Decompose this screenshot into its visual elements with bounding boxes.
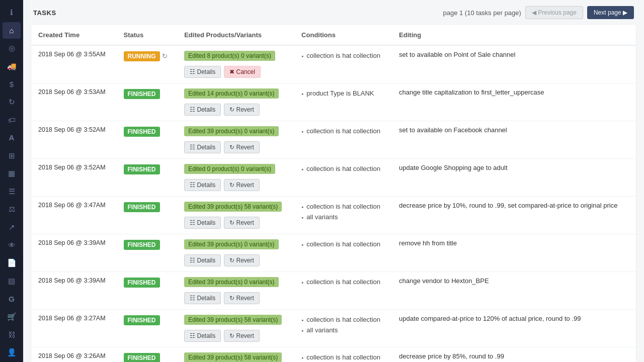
edited-badge: Edited 14 product(s) 0 variant(s) bbox=[184, 88, 278, 99]
refresh-icon[interactable]: ↻ bbox=[3, 94, 21, 111]
status-badge: RUNNING bbox=[124, 51, 160, 61]
cart-icon[interactable]: 🛒 bbox=[3, 308, 21, 325]
revert-button[interactable]: ↻ Revert bbox=[224, 179, 260, 191]
editing-cell: change vendor to Hexton_BPE bbox=[392, 272, 636, 310]
eye-icon[interactable]: 👁 bbox=[3, 237, 21, 254]
revert-button[interactable]: ↻ Revert bbox=[224, 217, 260, 229]
editing-cell: set to available on Point of Sale channe… bbox=[392, 45, 636, 83]
edited-cell: Edited 39 product(s) 0 variant(s)☷ Detai… bbox=[177, 272, 294, 310]
doc-icon[interactable]: 📄 bbox=[3, 254, 21, 272]
details-button[interactable]: ☷ Details bbox=[184, 217, 221, 229]
revert-button[interactable]: ↻ Revert bbox=[224, 104, 260, 116]
chain-icon[interactable]: ⛓ bbox=[3, 326, 21, 343]
revert-button[interactable]: ↻ Revert bbox=[224, 254, 260, 266]
page-title: TASKS bbox=[33, 9, 56, 17]
main-content: TASKS page 1 (10 tasks per page) ◀ Previ… bbox=[23, 0, 644, 362]
col-created-time: Created Time bbox=[31, 25, 117, 45]
status-badge: FINISHED bbox=[124, 164, 160, 174]
tag-icon[interactable]: 🏷 bbox=[3, 112, 21, 129]
table-icon[interactable]: ⊞ bbox=[3, 147, 21, 164]
status-badge: FINISHED bbox=[124, 315, 160, 325]
list-icon[interactable]: ☰ bbox=[3, 183, 21, 200]
revert-button[interactable]: ↻ Revert bbox=[224, 292, 260, 304]
edited-badge: Edited 39 product(s) 58 variant(s) bbox=[184, 202, 282, 212]
circle-icon[interactable]: ◎ bbox=[3, 40, 21, 57]
editing-cell: decrease price by 10%, round to .99, set… bbox=[392, 197, 636, 234]
condition-item: collection is hat collection bbox=[301, 315, 385, 325]
status-badge: FINISHED bbox=[124, 89, 160, 99]
conditions-cell: collection is hat collection bbox=[294, 234, 392, 272]
prev-page-button: ◀ Previous page bbox=[525, 6, 583, 19]
details-button[interactable]: ☷ Details bbox=[184, 292, 221, 304]
page-info: page 1 (10 tasks per page) bbox=[443, 9, 521, 17]
condition-item: product Type is BLANK bbox=[301, 88, 385, 99]
pagination: page 1 (10 tasks per page) ◀ Previous pa… bbox=[443, 6, 634, 19]
tasks-table: Created Time Status Edited Products/Vari… bbox=[31, 25, 636, 362]
editing-cell: update compared-at-price to 120% of actu… bbox=[392, 310, 636, 347]
editing-cell: set to available on Facebook channel bbox=[392, 121, 636, 159]
status-cell: FINISHED bbox=[117, 310, 178, 347]
spinner-icon: ↻ bbox=[162, 52, 168, 60]
edited-badge: Edited 39 product(s) 58 variant(s) bbox=[184, 352, 282, 362]
created-time-cell: 2018 Sep 06 @ 3:39AM bbox=[31, 234, 117, 272]
details-button[interactable]: ☷ Details bbox=[184, 330, 221, 342]
status-cell: FINISHED bbox=[117, 272, 178, 310]
barcode-icon[interactable]: ▤ bbox=[3, 273, 21, 290]
details-button[interactable]: ☷ Details bbox=[184, 66, 221, 78]
conditions-cell: collection is hat collection bbox=[294, 45, 392, 83]
status-badge: FINISHED bbox=[124, 202, 160, 212]
status-cell: FINISHED bbox=[117, 121, 178, 159]
created-time-cell: 2018 Sep 06 @ 3:52AM bbox=[31, 121, 117, 159]
status-cell: FINISHED bbox=[117, 347, 178, 363]
grid-icon[interactable]: ▦ bbox=[3, 165, 21, 182]
person-icon[interactable]: 👤 bbox=[3, 344, 21, 361]
table-row: 2018 Sep 06 @ 3:39AMFINISHEDEdited 39 pr… bbox=[31, 234, 636, 272]
table-row: 2018 Sep 06 @ 3:53AMFINISHEDEdited 14 pr… bbox=[31, 83, 636, 121]
truck-icon[interactable]: 🚚 bbox=[3, 58, 21, 75]
revert-button[interactable]: ↻ Revert bbox=[224, 330, 260, 342]
details-button[interactable]: ☷ Details bbox=[184, 104, 221, 116]
table-row: 2018 Sep 06 @ 3:52AMFINISHEDEdited 39 pr… bbox=[31, 121, 636, 159]
created-time-cell: 2018 Sep 06 @ 3:27AM bbox=[31, 310, 117, 347]
status-badge: FINISHED bbox=[124, 127, 160, 137]
nav-icon[interactable]: ↗ bbox=[3, 219, 21, 236]
editing-cell: remove hh from title bbox=[392, 234, 636, 272]
status-badge: FINISHED bbox=[124, 240, 160, 250]
status-cell: FINISHED bbox=[117, 159, 178, 197]
table-row: 2018 Sep 06 @ 3:39AMFINISHEDEdited 39 pr… bbox=[31, 272, 636, 310]
home-icon[interactable]: ⌂ bbox=[3, 22, 21, 39]
details-button[interactable]: ☷ Details bbox=[184, 179, 221, 191]
created-time-cell: 2018 Sep 06 @ 3:39AM bbox=[31, 272, 117, 310]
next-page-button[interactable]: Next page ▶ bbox=[587, 6, 634, 19]
conditions-cell: collection is hat collectionall variants bbox=[294, 197, 392, 234]
table-row: 2018 Sep 06 @ 3:55AMRUNNING↻Edited 8 pro… bbox=[31, 45, 636, 83]
table-header-row: Created Time Status Edited Products/Vari… bbox=[31, 25, 636, 45]
scale-icon[interactable]: ⚖ bbox=[3, 201, 21, 218]
condition-item: collection is hat collection bbox=[301, 277, 385, 288]
condition-item: collection is hat collection bbox=[301, 202, 385, 212]
dollar-icon[interactable]: $ bbox=[3, 75, 21, 93]
g-icon[interactable]: G bbox=[3, 291, 21, 308]
condition-item: collection is hat collection bbox=[301, 239, 385, 250]
status-cell: FINISHED bbox=[117, 234, 178, 272]
text-icon[interactable]: A bbox=[3, 129, 21, 146]
condition-item: all variants bbox=[301, 325, 385, 336]
conditions-cell: product Type is BLANK bbox=[294, 83, 392, 121]
conditions-cell: collection is hat collection bbox=[294, 272, 392, 310]
cancel-button[interactable]: ✖ Cancel bbox=[224, 66, 261, 78]
table-row: 2018 Sep 06 @ 3:52AMFINISHEDEdited 0 pro… bbox=[31, 159, 636, 197]
info-icon[interactable]: ℹ bbox=[3, 4, 21, 21]
edited-badge: Edited 39 product(s) 58 variant(s) bbox=[184, 315, 282, 325]
status-cell: FINISHED bbox=[117, 197, 178, 234]
details-button[interactable]: ☷ Details bbox=[184, 254, 221, 266]
conditions-cell: collection is hat collection bbox=[294, 159, 392, 197]
details-button[interactable]: ☷ Details bbox=[184, 141, 221, 153]
created-time-cell: 2018 Sep 06 @ 3:52AM bbox=[31, 159, 117, 197]
condition-item: collection is hat collection bbox=[301, 126, 385, 137]
conditions-cell: collection is hat collection bbox=[294, 121, 392, 159]
created-time-cell: 2018 Sep 06 @ 3:55AM bbox=[31, 45, 117, 83]
col-status: Status bbox=[117, 25, 178, 45]
table-row: 2018 Sep 06 @ 3:26AMFINISHEDEdited 39 pr… bbox=[31, 347, 636, 363]
table-row: 2018 Sep 06 @ 3:47AMFINISHEDEdited 39 pr… bbox=[31, 197, 636, 234]
revert-button[interactable]: ↻ Revert bbox=[224, 141, 260, 153]
